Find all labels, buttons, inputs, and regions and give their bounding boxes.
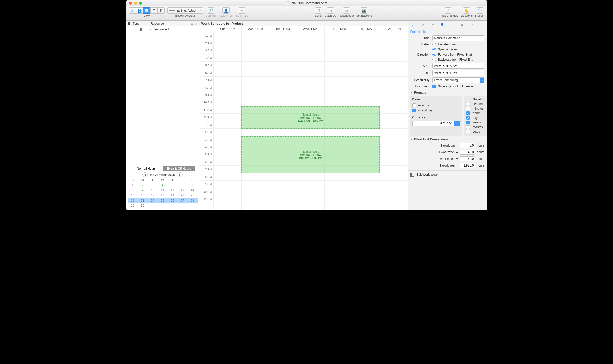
chk-dur-seconds[interactable] — [466, 102, 470, 106]
conv-week-field[interactable] — [460, 150, 475, 155]
formats-label: Formats — [414, 91, 426, 95]
baseline-bar-icon — [169, 10, 175, 11]
tab-columns[interactable]: ▦ — [459, 22, 465, 27]
split-task-group: ✂ Split Task — [236, 7, 248, 17]
conv-year-field[interactable] — [460, 163, 475, 168]
reschedule-label: Reschedule — [339, 14, 354, 17]
tab-project-info[interactable]: 🗂 — [410, 22, 416, 27]
forward-text: Forward from Fixed Start — [438, 53, 472, 56]
duration-heading: Duration — [473, 98, 485, 101]
day-column[interactable] — [269, 32, 297, 210]
seconds-text: seconds — [418, 103, 429, 107]
currency-field[interactable] — [412, 121, 454, 126]
tab-extra-off-hours[interactable]: Extra & Off Hours — [163, 166, 195, 171]
radio-specific-dates[interactable] — [432, 48, 436, 51]
time-row: 8 AM — [199, 84, 213, 91]
view-outline-button[interactable]: ☰ — [129, 7, 136, 14]
chk-dur-years[interactable] — [466, 130, 470, 133]
assignment-button[interactable]: 👤 — [222, 7, 230, 14]
chk-seconds-date[interactable] — [412, 103, 416, 107]
view-network-button[interactable]: ⊞ — [150, 7, 158, 14]
chk-dur-minutes[interactable] — [466, 107, 470, 110]
resource-header-text[interactable]: Resource — [150, 22, 191, 25]
schedule-view: Work Schedule for Project Sun, 11/22Mon,… — [199, 21, 408, 210]
inspect-button[interactable]: ⓘ — [476, 7, 483, 14]
tab-resource[interactable]: 👤 — [440, 22, 445, 27]
day-column[interactable] — [380, 32, 407, 210]
baseline-selector[interactable]: Editing: Actual ⇅ — [167, 7, 203, 14]
time-row: 3 PM — [199, 136, 213, 143]
trackchanges-button[interactable]: △ — [445, 7, 452, 14]
conv-month-field[interactable] — [460, 156, 475, 161]
day-header-cell: Sun, 11/22 — [214, 26, 241, 32]
time-row: 9 PM — [199, 181, 213, 188]
granularity-select[interactable]: Exact Scheduling⌄ — [432, 77, 484, 83]
specific-text: Specific Dates — [438, 48, 458, 51]
schedule-grid[interactable]: 1 AM2 AM3 AM4 AM5 AM6 AM7 AM8 AM9 AM10 A… — [199, 32, 408, 210]
time-row: 12 PM — [199, 114, 213, 121]
chk-timeofday[interactable] — [412, 109, 416, 112]
view-calendar-button[interactable]: ▦ — [143, 7, 150, 14]
conv-year-label: 1 work year = — [410, 164, 458, 167]
level-button[interactable]: ⬚ — [315, 7, 322, 14]
quicklook-checkbox[interactable] — [432, 85, 436, 88]
catchup-button[interactable]: ⇥ — [327, 7, 334, 14]
resource-name: Resource 1 — [152, 27, 169, 31]
radio-backward[interactable] — [432, 58, 436, 61]
conversions-disclosure[interactable]: Effort Unit Conversions — [408, 136, 487, 142]
u-weeks: weeks — [473, 121, 485, 124]
trackchanges-group: △ Track Changes — [439, 7, 458, 17]
formats-disclosure[interactable]: Formats — [408, 89, 487, 96]
view-resources-button[interactable]: 👥 — [136, 7, 143, 14]
conv-month-label: 1 work month = — [410, 157, 458, 161]
titlebar: Nautilus Command.oplx — [126, 0, 487, 6]
day-header: Sun, 11/22Mon, 11/23Tue, 11/24Wed, 11/25… — [199, 26, 408, 32]
radio-undetermined[interactable] — [432, 43, 436, 46]
prev-month-button[interactable]: ◀ — [142, 172, 148, 177]
currency-dropdown[interactable]: ⌄ — [454, 121, 460, 126]
day-column[interactable] — [297, 32, 324, 210]
time-row: 1 AM — [199, 32, 213, 39]
reschedule-button[interactable]: ⇉ — [343, 7, 350, 14]
time-row: 9 AM — [199, 91, 213, 99]
chk-dur-weeks[interactable] — [466, 121, 470, 124]
tab-styles[interactable]: ⬚ — [449, 22, 455, 27]
day-column[interactable] — [214, 32, 241, 210]
tab-normal-hours[interactable]: Normal Hours — [130, 166, 163, 171]
view-label: View — [144, 14, 150, 17]
hours-unit1: hours — [476, 144, 484, 147]
view-style-button[interactable]: ◧ — [158, 7, 165, 14]
title-label: Title: — [410, 36, 430, 40]
day-column[interactable] — [324, 32, 352, 210]
end-field[interactable] — [432, 70, 484, 76]
chk-dur-hours[interactable] — [466, 111, 470, 115]
tab-milestones[interactable]: ◇ — [420, 22, 426, 27]
connect-button[interactable]: 🔗 — [207, 7, 214, 14]
inspector-section-title: Project Info — [408, 28, 487, 35]
type-header[interactable]: Type — [132, 22, 150, 25]
resource-row[interactable]: Resource 1 — [126, 26, 199, 32]
day-column[interactable] — [241, 32, 269, 210]
title-field[interactable] — [432, 35, 484, 41]
tab-tasks[interactable]: ≋ — [430, 22, 435, 27]
next-month-button[interactable]: ▶ — [178, 172, 183, 177]
resource-header: ☰ Type Resource ▤⤢ — [126, 21, 199, 26]
tab-export[interactable]: ↗ — [469, 22, 474, 27]
chk-dur-months[interactable] — [466, 125, 470, 129]
edit-work-week[interactable]: Edit Work Week — [408, 170, 487, 179]
split-task-button[interactable]: ✂ — [238, 7, 245, 14]
conv-day-field[interactable] — [460, 143, 475, 148]
violations-button[interactable]: ✋ — [463, 7, 470, 14]
u-days: days — [473, 116, 485, 120]
setbaseline-button[interactable]: 📷 — [361, 7, 368, 14]
start-field[interactable] — [432, 63, 484, 69]
radio-forward[interactable] — [432, 53, 436, 56]
conversions-label: Effort Unit Conversions — [414, 138, 449, 141]
grid-icon[interactable]: ▤ — [191, 22, 193, 25]
chk-dur-days[interactable] — [466, 116, 470, 120]
expand-icon[interactable]: ⤢ — [195, 22, 198, 25]
calendar-grid[interactable]: SMTWTFS123456789101112131415161718192021… — [128, 178, 198, 208]
assignment-label: Assignment — [219, 14, 233, 17]
grid-icon — [410, 173, 414, 177]
day-column[interactable] — [352, 32, 380, 210]
